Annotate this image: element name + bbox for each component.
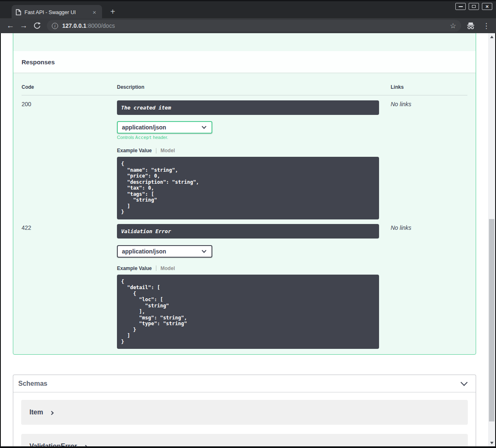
response-row-200: 200 The created item application/json Co… <box>22 95 467 219</box>
opblock-spacer <box>13 33 476 51</box>
col-header-links: Links <box>379 84 467 90</box>
media-type-select[interactable]: application/json <box>117 121 212 134</box>
chevron-right-icon <box>49 411 53 415</box>
minimize-icon <box>459 6 463 7</box>
tab-example-value[interactable]: Example Value <box>117 148 152 153</box>
responses-title: Responses <box>22 58 55 66</box>
tab-separator <box>156 265 156 271</box>
tab-close-icon[interactable]: × <box>91 8 98 16</box>
browser-toolbar: ← → i 127.0.0.1:8000/docs ☆ ⋮ <box>0 18 496 33</box>
tab-title: Fast API - Swagger UI <box>24 10 91 15</box>
url-text[interactable]: 127.0.0.1:8000/docs <box>62 22 449 29</box>
tab-separator <box>156 148 156 153</box>
tab-model[interactable]: Model <box>160 148 175 153</box>
browser-window: Fast API - Swagger UI × + × ← → i 127.0.… <box>0 0 496 448</box>
tab-strip: Fast API - Swagger UI × + × <box>0 0 496 18</box>
response-description: Validation Error <box>117 224 379 239</box>
window-minimize-button[interactable] <box>455 3 466 10</box>
response-code: 200 <box>22 95 117 219</box>
example-model-tabs: Example Value Model <box>117 148 379 153</box>
example-json: { "name": "string", "price": 0, "descrip… <box>117 157 379 219</box>
schema-name: Item <box>29 409 43 416</box>
responses-table: Code Description Links 200 The created i… <box>13 84 476 355</box>
back-button[interactable]: ← <box>4 20 17 32</box>
responses-table-header: Code Description Links <box>22 84 467 95</box>
browser-menu-icon[interactable]: ⋮ <box>480 22 492 30</box>
chevron-down-icon <box>202 248 206 253</box>
page-favicon-icon <box>16 9 21 15</box>
schemas-section: Schemas Item ValidationError <box>13 375 476 446</box>
incognito-icon <box>466 22 475 30</box>
chevron-down-icon[interactable] <box>461 379 468 386</box>
example-model-tabs: Example Value Model <box>117 265 379 271</box>
media-type-select[interactable]: application/json <box>117 245 212 258</box>
browser-tab[interactable]: Fast API - Swagger UI × <box>12 5 102 19</box>
close-icon: × <box>486 4 489 9</box>
accept-header-hint: Controls Accept header. <box>117 135 379 140</box>
response-description: The created item <box>117 100 379 115</box>
tab-model[interactable]: Model <box>160 265 175 271</box>
col-header-code: Code <box>22 84 117 90</box>
chevron-right-icon <box>83 445 88 446</box>
operation-block: Responses Code Description Links 200 The… <box>13 33 476 355</box>
scroll-up-icon[interactable] <box>490 36 494 38</box>
response-row-422: 422 Validation Error application/json Ex… <box>22 224 467 349</box>
schema-name: ValidationError <box>29 443 77 446</box>
reload-icon <box>33 22 41 30</box>
window-close-button[interactable]: × <box>482 3 492 10</box>
new-tab-button[interactable]: + <box>108 6 118 17</box>
window-controls: × <box>455 3 492 10</box>
address-bar[interactable]: i 127.0.0.1:8000/docs ☆ <box>47 20 461 32</box>
responses-section-header: Responses <box>13 51 476 73</box>
example-json: { "detail": [ { "loc": [ "string" ], "ms… <box>117 275 379 349</box>
response-links: No links <box>379 95 467 219</box>
forward-button[interactable]: → <box>17 20 30 32</box>
chevron-down-icon <box>202 124 206 129</box>
schema-validationerror[interactable]: ValidationError <box>21 434 468 446</box>
reload-button[interactable] <box>30 20 44 32</box>
page-content: Responses Code Description Links 200 The… <box>1 33 495 446</box>
site-info-icon[interactable]: i <box>52 23 58 29</box>
response-code: 422 <box>22 224 117 349</box>
schemas-header[interactable]: Schemas <box>13 375 476 392</box>
tab-example-value[interactable]: Example Value <box>117 265 152 271</box>
vertical-scrollbar[interactable] <box>488 33 495 446</box>
window-maximize-button[interactable] <box>469 3 479 10</box>
col-header-description: Description <box>117 84 379 90</box>
schema-item[interactable]: Item <box>21 400 468 425</box>
scroll-down-icon[interactable] <box>490 442 494 444</box>
bookmark-star-icon[interactable]: ☆ <box>449 22 457 30</box>
response-links: No links <box>379 224 467 349</box>
scrollbar-thumb[interactable] <box>489 219 494 421</box>
schemas-title: Schemas <box>18 380 47 387</box>
schemas-body: Item ValidationError <box>13 392 476 446</box>
maximize-icon <box>472 5 476 8</box>
